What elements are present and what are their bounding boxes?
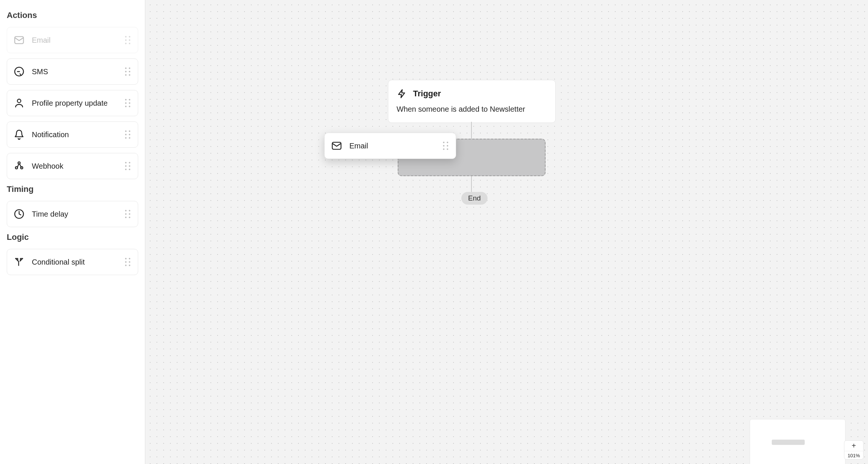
flow-connector — [471, 176, 472, 192]
mail-icon — [331, 141, 342, 151]
bell-icon — [14, 129, 24, 140]
split-icon — [14, 257, 24, 267]
action-label: SMS — [32, 67, 48, 76]
action-label: Webhook — [32, 162, 63, 171]
person-icon — [14, 98, 24, 108]
section-title-timing: Timing — [7, 184, 138, 194]
action-label: Conditional split — [32, 258, 85, 266]
action-profile-update[interactable]: Profile property update — [7, 90, 138, 116]
action-label: Profile property update — [32, 99, 107, 108]
action-notification[interactable]: Notification — [7, 121, 138, 148]
action-time-delay[interactable]: Time delay — [7, 201, 138, 227]
zoom-level: 101% — [847, 451, 860, 459]
svg-point-2 — [17, 99, 21, 103]
webhook-icon — [14, 161, 24, 171]
action-conditional-split[interactable]: Conditional split — [7, 249, 138, 275]
drag-handle-icon[interactable] — [124, 35, 131, 45]
drag-handle-icon[interactable] — [124, 67, 131, 76]
drag-handle-icon[interactable] — [442, 141, 449, 151]
drag-handle-icon[interactable] — [124, 98, 131, 108]
end-node: End — [461, 192, 488, 205]
clock-icon — [14, 209, 24, 219]
action-label: Email — [349, 142, 368, 150]
drag-handle-icon[interactable] — [124, 130, 131, 139]
flow-connector — [471, 122, 472, 139]
minimap[interactable] — [750, 419, 846, 464]
sidebar: Actions Email SMS — [0, 0, 145, 464]
trigger-node[interactable]: Trigger When someone is added to Newslet… — [388, 80, 556, 123]
section-title-actions: Actions — [7, 10, 138, 20]
drag-handle-icon[interactable] — [124, 161, 131, 171]
dragging-action-email[interactable]: Email — [324, 133, 456, 159]
drag-handle-icon[interactable] — [124, 209, 131, 219]
action-webhook[interactable]: Webhook — [7, 153, 138, 179]
action-email[interactable]: Email — [7, 27, 138, 53]
zoom-in-button[interactable]: + — [844, 441, 863, 451]
mail-icon — [14, 35, 24, 45]
action-label: Email — [32, 36, 51, 45]
action-label: Time delay — [32, 210, 68, 219]
action-sms[interactable]: SMS — [7, 58, 138, 85]
chat-icon — [14, 66, 24, 77]
minimap-node — [772, 440, 805, 445]
drag-handle-icon[interactable] — [124, 257, 131, 267]
lightning-icon — [397, 88, 407, 99]
flow-canvas[interactable]: Trigger When someone is added to Newslet… — [145, 0, 868, 464]
trigger-description: When someone is added to Newsletter — [397, 105, 547, 114]
trigger-title: Trigger — [413, 89, 441, 99]
zoom-control: + 101% — [844, 440, 864, 460]
action-label: Notification — [32, 130, 69, 139]
section-title-logic: Logic — [7, 232, 138, 242]
